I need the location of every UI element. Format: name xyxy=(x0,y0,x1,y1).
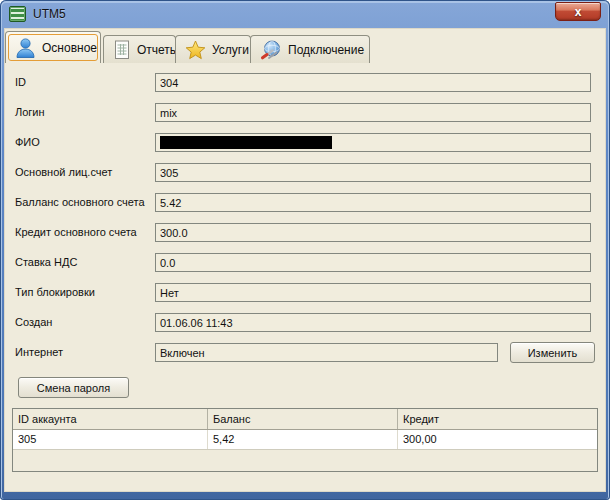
field-fio[interactable] xyxy=(155,133,591,152)
field-internet[interactable]: Включен xyxy=(155,343,498,362)
close-icon: x xyxy=(575,6,582,18)
accounts-table: ID аккаунта Баланс Кредит 305 5,42 300,0… xyxy=(12,408,598,472)
field-block-type[interactable]: Нет xyxy=(155,283,591,302)
cell-credit: 300,00 xyxy=(398,430,597,449)
change-internet-button[interactable]: Изменить xyxy=(510,342,595,363)
tab-connection[interactable]: Подключение xyxy=(250,35,370,63)
field-label-balance: Балланс основного счета xyxy=(15,196,145,208)
form-row-vat: Ставка НДС 0.0 xyxy=(4,253,606,273)
connection-icon xyxy=(260,40,282,60)
field-label-id: ID xyxy=(15,76,26,88)
form-row-internet: Интернет Включен Изменить xyxy=(4,343,606,363)
main-content: Основное Отчеты xyxy=(4,28,606,492)
field-login-value: mix xyxy=(160,107,177,119)
window-title: UTM5 xyxy=(33,7,66,21)
tab-services-label: Услуги xyxy=(212,43,249,57)
tab-main-label: Основное xyxy=(42,41,97,55)
close-button[interactable]: x xyxy=(555,2,601,21)
field-block-type-value: Нет xyxy=(160,287,179,299)
field-created-value: 01.06.06 11:43 xyxy=(160,317,233,329)
report-icon xyxy=(113,40,131,60)
cell-account-id: 305 xyxy=(13,430,208,449)
column-header-credit[interactable]: Кредит xyxy=(398,409,597,429)
field-internet-value: Включен xyxy=(160,347,205,359)
field-main-account-value: 305 xyxy=(160,167,178,179)
app-window: UTM5 x Основное xyxy=(0,0,610,500)
field-id-value: 304 xyxy=(160,77,178,89)
redacted-value xyxy=(160,136,332,149)
field-login[interactable]: mix xyxy=(155,103,591,122)
change-password-button[interactable]: Смена пароля xyxy=(18,377,129,398)
field-label-internet: Интернет xyxy=(15,346,63,358)
field-label-created: Создан xyxy=(15,316,52,328)
tab-connection-label: Подключение xyxy=(288,43,364,57)
star-icon xyxy=(185,40,206,60)
form-row-created: Создан 01.06.06 11:43 xyxy=(4,313,606,333)
field-credit[interactable]: 300.0 xyxy=(155,223,591,242)
form-row-balance: Балланс основного счета 5.42 xyxy=(4,193,606,213)
table-row[interactable]: 305 5,42 300,00 xyxy=(13,430,597,450)
tab-reports[interactable]: Отчеты xyxy=(103,35,176,63)
form-row-fio: ФИО xyxy=(4,133,606,153)
field-balance[interactable]: 5.42 xyxy=(155,193,591,212)
titlebar[interactable]: UTM5 x xyxy=(0,0,610,28)
form-row-credit: Кредит основного счета 300.0 xyxy=(4,223,606,243)
tab-services[interactable]: Услуги xyxy=(175,35,251,63)
field-label-main-account: Основной лиц.счет xyxy=(15,166,112,178)
field-main-account[interactable]: 305 xyxy=(155,163,591,182)
field-created[interactable]: 01.06.06 11:43 xyxy=(155,313,591,332)
field-label-login: Логин xyxy=(15,106,45,118)
field-label-credit: Кредит основного счета xyxy=(15,226,137,238)
column-header-balance[interactable]: Баланс xyxy=(208,409,398,429)
field-balance-value: 5.42 xyxy=(160,197,181,209)
change-password-label: Смена пароля xyxy=(37,382,110,394)
field-vat[interactable]: 0.0 xyxy=(155,253,591,272)
app-icon xyxy=(9,6,26,22)
form-row-main-account: Основной лиц.счет 305 xyxy=(4,163,606,183)
user-icon xyxy=(15,38,36,58)
cell-balance: 5,42 xyxy=(208,430,398,449)
change-internet-label: Изменить xyxy=(528,347,578,359)
accounts-table-header: ID аккаунта Баланс Кредит xyxy=(13,409,597,430)
field-vat-value: 0.0 xyxy=(160,257,175,269)
column-header-account-id[interactable]: ID аккаунта xyxy=(13,409,208,429)
field-credit-value: 300.0 xyxy=(160,227,188,239)
field-label-vat: Ставка НДС xyxy=(15,256,77,268)
field-label-fio: ФИО xyxy=(15,136,40,148)
form-row-login: Логин mix xyxy=(4,103,606,123)
field-id[interactable]: 304 xyxy=(155,73,591,92)
tab-main[interactable]: Основное xyxy=(5,31,101,63)
form-row-block-type: Тип блокировки Нет xyxy=(4,283,606,303)
tab-reports-label: Отчеты xyxy=(137,43,178,57)
field-label-block-type: Тип блокировки xyxy=(15,286,95,298)
form-row-id: ID 304 xyxy=(4,73,606,93)
